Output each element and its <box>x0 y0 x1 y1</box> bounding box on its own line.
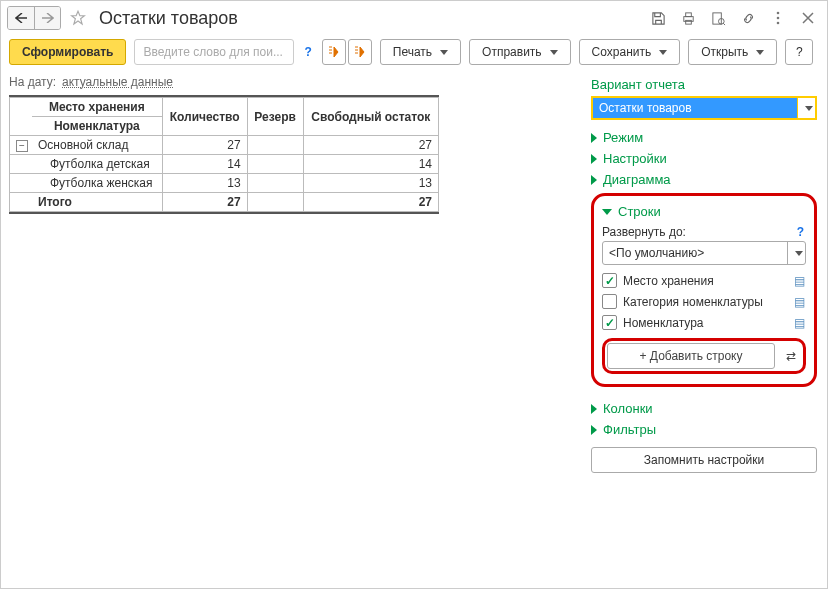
save-icon[interactable] <box>647 7 669 29</box>
section-rows-label: Строки <box>618 204 661 219</box>
search-help[interactable]: ? <box>302 45 313 59</box>
send-label: Отправить <box>482 45 542 59</box>
send-button[interactable]: Отправить <box>469 39 571 65</box>
select-icon[interactable]: ▤ <box>792 274 806 288</box>
date-value[interactable]: актуальные данные <box>62 75 173 89</box>
expand-label: Развернуть до: <box>602 225 686 239</box>
tree-toggle-icon[interactable]: − <box>16 140 28 152</box>
row-field-item: Номенклатура ▤ <box>602 315 806 330</box>
section-mode[interactable]: Режим <box>591 130 817 145</box>
checkbox[interactable] <box>602 294 617 309</box>
more-icon[interactable] <box>767 7 789 29</box>
collapse-groups-button[interactable] <box>322 39 346 65</box>
generate-button[interactable]: Сформировать <box>9 39 126 65</box>
chevron-down-icon <box>602 209 612 215</box>
section-chart[interactable]: Диаграмма <box>591 172 817 187</box>
section-settings-label: Настройки <box>603 151 667 166</box>
expand-value: <По умолчанию> <box>603 242 787 264</box>
row-field-item: Место хранения ▤ <box>602 273 806 288</box>
print-label: Печать <box>393 45 432 59</box>
variant-label: Вариант отчета <box>591 77 817 92</box>
variant-dropdown-icon[interactable] <box>797 98 815 118</box>
svg-point-8 <box>777 22 780 25</box>
row-field-label[interactable]: Номенклатура <box>623 316 704 330</box>
help-button[interactable]: ? <box>785 39 813 65</box>
nav-buttons <box>7 6 61 30</box>
close-icon[interactable] <box>797 7 819 29</box>
open-label: Открыть <box>701 45 748 59</box>
checkbox[interactable] <box>602 273 617 288</box>
select-icon[interactable]: ▤ <box>792 295 806 309</box>
add-row-button[interactable]: + Добавить строку <box>607 343 775 369</box>
section-columns-label: Колонки <box>603 401 653 416</box>
print-icon[interactable] <box>677 7 699 29</box>
svg-point-6 <box>777 12 780 15</box>
section-columns[interactable]: Колонки <box>591 401 817 416</box>
col-reserve: Резерв <box>247 98 303 136</box>
rows-section-frame: Строки Развернуть до: ? <По умолчанию> М… <box>591 193 817 387</box>
expand-dropdown-icon[interactable] <box>787 242 805 264</box>
chevron-right-icon <box>591 175 597 185</box>
table-total-row: Итого 27 27 <box>10 193 439 212</box>
table-row: − Основной склад 27 27 <box>10 136 439 155</box>
row-field-label[interactable]: Место хранения <box>623 274 714 288</box>
rows-help[interactable]: ? <box>795 225 806 239</box>
checkbox[interactable] <box>602 315 617 330</box>
back-button[interactable] <box>8 7 34 29</box>
save-button[interactable]: Сохранить <box>579 39 681 65</box>
table-row: Футболка детская 14 14 <box>10 155 439 174</box>
row-field-item: Категория номенклатуры ▤ <box>602 294 806 309</box>
select-icon[interactable]: ▤ <box>792 316 806 330</box>
chevron-right-icon <box>591 404 597 414</box>
date-label: На дату: <box>9 75 56 89</box>
chevron-right-icon <box>591 154 597 164</box>
search-input-wrapper <box>134 39 294 65</box>
preview-icon[interactable] <box>707 7 729 29</box>
chevron-right-icon <box>591 133 597 143</box>
favorite-icon[interactable] <box>67 7 89 29</box>
add-row-frame: + Добавить строку ⇄ <box>602 338 806 374</box>
search-input[interactable] <box>141 44 287 60</box>
col-free: Свободный остаток <box>303 98 438 136</box>
expand-combo[interactable]: <По умолчанию> <box>602 241 806 265</box>
variant-value: Остатки товаров <box>599 101 692 115</box>
section-mode-label: Режим <box>603 130 643 145</box>
section-chart-label: Диаграмма <box>603 172 671 187</box>
col-nomenclature: Номенклатура <box>32 117 162 136</box>
section-filters-label: Фильтры <box>603 422 656 437</box>
page-title: Остатки товаров <box>99 8 238 29</box>
link-icon[interactable] <box>737 7 759 29</box>
row-field-label[interactable]: Категория номенклатуры <box>623 295 763 309</box>
report-table: Место хранения Количество Резерв Свободн… <box>9 97 439 212</box>
save-settings-button[interactable]: Запомнить настройки <box>591 447 817 473</box>
print-button[interactable]: Печать <box>380 39 461 65</box>
section-rows[interactable]: Строки <box>602 204 806 219</box>
section-filters[interactable]: Фильтры <box>591 422 817 437</box>
table-row: Футболка женская 13 13 <box>10 174 439 193</box>
svg-rect-1 <box>685 12 691 16</box>
shuffle-icon[interactable]: ⇄ <box>781 349 801 363</box>
section-settings[interactable]: Настройки <box>591 151 817 166</box>
chevron-right-icon <box>591 425 597 435</box>
col-storage: Место хранения <box>32 98 162 117</box>
svg-point-7 <box>777 17 780 20</box>
open-button[interactable]: Открыть <box>688 39 777 65</box>
svg-line-5 <box>723 23 725 25</box>
forward-button[interactable] <box>34 7 60 29</box>
expand-groups-button[interactable] <box>348 39 372 65</box>
variant-select[interactable]: Остатки товаров <box>591 96 817 120</box>
save-label: Сохранить <box>592 45 652 59</box>
col-qty: Количество <box>162 98 247 136</box>
